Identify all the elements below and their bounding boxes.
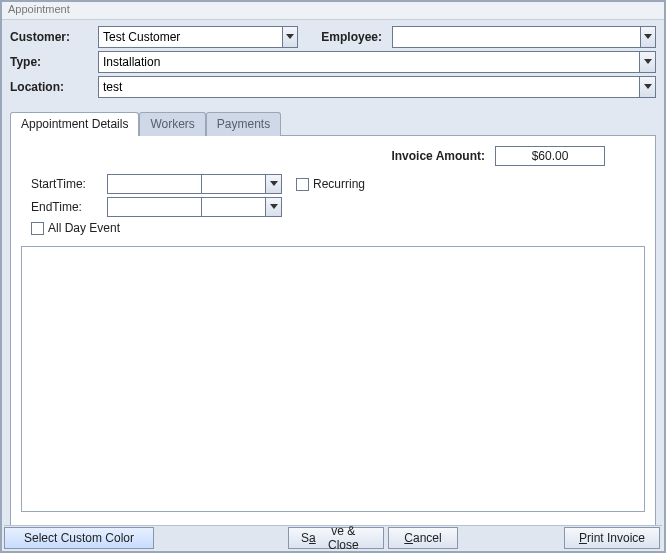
appointment-window: Appointment Customer: Employee: Type: [0,0,666,553]
header-form: Customer: Employee: Type: [2,20,664,105]
all-day-checkbox[interactable]: All Day Event [31,221,120,235]
chevron-down-icon [270,181,278,187]
tabs-container: Appointment Details Workers Payments Inv… [10,111,656,535]
employee-label: Employee: [318,30,382,44]
tab-panel-appointment-details: Invoice Amount: $60.00 StartTime: Recurr… [10,135,656,535]
recurring-label: Recurring [313,177,365,191]
end-time-value [202,198,265,216]
notes-textarea[interactable] [21,246,645,512]
type-combo[interactable] [98,51,656,73]
tab-workers[interactable]: Workers [139,112,205,136]
customer-label: Customer: [10,30,98,44]
type-dropdown-button[interactable] [639,52,655,72]
customer-combo[interactable] [98,26,298,48]
chevron-down-icon [286,34,294,40]
customer-dropdown-button[interactable] [282,27,297,47]
print-invoice-button[interactable]: Print Invoice [564,527,660,549]
window-titlebar: Appointment [2,2,664,20]
select-custom-color-button[interactable]: Select Custom Color [4,527,154,549]
location-input[interactable] [99,77,639,97]
employee-input[interactable] [393,27,640,47]
invoice-row: Invoice Amount: $60.00 [21,146,645,166]
all-day-label: All Day Event [48,221,120,235]
employee-combo[interactable] [392,26,656,48]
checkbox-box-icon [31,222,44,235]
start-time-dropdown-button[interactable] [265,175,281,193]
spacer [462,526,564,549]
chevron-down-icon [644,84,652,90]
recurring-checkbox[interactable]: Recurring [296,177,365,191]
tab-payments[interactable]: Payments [206,112,281,136]
tab-appointment-details[interactable]: Appointment Details [10,112,139,136]
save-close-button[interactable]: Save & Close [288,527,384,549]
end-date-input[interactable] [107,197,202,217]
start-time-input[interactable] [202,174,282,194]
spacer [158,526,288,549]
tabstrip: Appointment Details Workers Payments [10,111,656,135]
start-time-label: StartTime: [21,177,107,191]
start-time-row: StartTime: Recurring [21,174,645,194]
end-time-label: EndTime: [21,200,107,214]
location-combo[interactable] [98,76,656,98]
employee-dropdown-button[interactable] [640,27,655,47]
chevron-down-icon [644,34,652,40]
type-label: Type: [10,55,98,69]
start-date-input[interactable] [107,174,202,194]
button-bar: Select Custom Color Save & Close Cancel … [4,525,662,549]
invoice-amount-label: Invoice Amount: [391,149,485,163]
chevron-down-icon [270,204,278,210]
type-input[interactable] [99,52,639,72]
window-title: Appointment [8,3,70,15]
invoice-amount-value[interactable]: $60.00 [495,146,605,166]
end-time-input[interactable] [202,197,282,217]
checkbox-box-icon [296,178,309,191]
location-label: Location: [10,80,98,94]
customer-input[interactable] [99,27,282,47]
cancel-button[interactable]: Cancel [388,527,458,549]
end-time-row: EndTime: [21,197,645,217]
location-dropdown-button[interactable] [639,77,655,97]
end-time-dropdown-button[interactable] [265,198,281,216]
start-time-value [202,175,265,193]
chevron-down-icon [644,59,652,65]
